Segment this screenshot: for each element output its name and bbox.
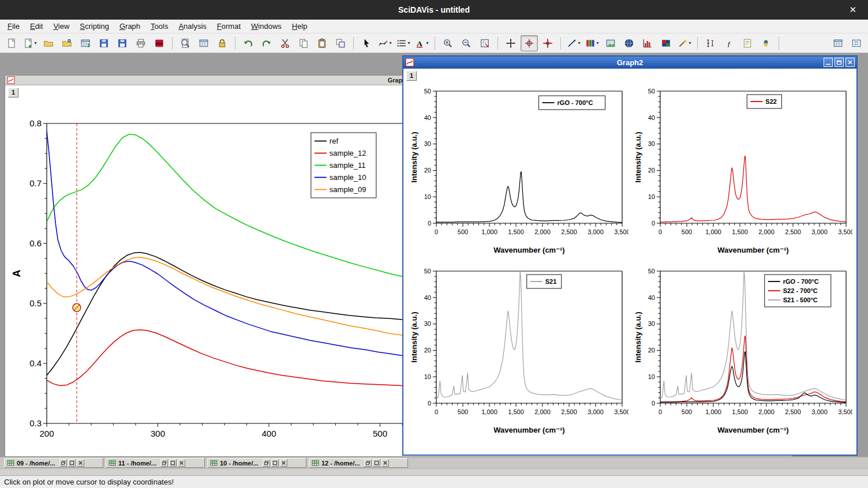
table-columns-button[interactable] [848, 35, 865, 51]
close-button[interactable] [280, 459, 287, 467]
raman-bottom-right-series-s22[interactable] [660, 336, 846, 402]
add-function-button[interactable]: ƒ [720, 35, 738, 51]
minimized-window-tab[interactable]: 12 - /home/... [309, 458, 408, 468]
redo-button[interactable] [258, 35, 275, 51]
toolbar-separator [435, 37, 435, 50]
menu-graph[interactable]: Graph [114, 20, 145, 32]
new-note-button[interactable] [739, 35, 756, 51]
menu-format[interactable]: Format [212, 20, 246, 32]
duplicate-window-button[interactable] [332, 35, 349, 51]
raman-plot-top-right[interactable]: 05001,0001,5002,0002,5003,0003,500010203… [633, 82, 852, 257]
plot-3d-button[interactable] [620, 35, 638, 51]
rescale-axes-button[interactable] [476, 35, 493, 51]
menu-tools[interactable]: Tools [145, 20, 173, 32]
raman-bottom-right-legend[interactable]: rGO - 700°CS22 - 700°CS21 - 500°C [765, 275, 831, 307]
uvvis-legend[interactable]: refsample_12sample_11sample_10sample_09 [311, 133, 376, 198]
raman-plot-bottom-left[interactable]: 05001,0001,5002,0002,5003,0003,500010203… [409, 262, 628, 437]
zoom-in-button[interactable] [439, 35, 457, 51]
undo-button[interactable] [240, 35, 257, 51]
menu-windows[interactable]: Windows [246, 20, 287, 32]
add-error-bars-button[interactable] [702, 35, 719, 51]
raman-top-left-series-rgo700[interactable] [436, 172, 622, 223]
data-reader-marker[interactable] [73, 303, 81, 311]
plot-style-button[interactable]: ▾ [376, 35, 394, 51]
lock-toolbars-button[interactable] [214, 35, 231, 51]
menu-help[interactable]: Help [287, 20, 313, 32]
minimize-button[interactable] [824, 58, 833, 67]
menu-edit[interactable]: Edit [25, 20, 48, 32]
raman-bottom-right-series-rgo700[interactable] [660, 352, 846, 403]
graph1-layer-button[interactable]: 1 [8, 88, 18, 97]
restore-button[interactable] [364, 459, 372, 467]
new-project-button[interactable] [3, 35, 20, 51]
maximize-button[interactable] [373, 459, 380, 467]
pointer-button[interactable] [358, 35, 375, 51]
screen-reader-button[interactable] [539, 35, 556, 51]
close-button[interactable] [77, 459, 84, 467]
data-reader-button[interactable] [521, 35, 538, 51]
histogram-icon [642, 38, 653, 48]
restore-button[interactable] [835, 58, 844, 67]
new-table-button[interactable] [195, 35, 212, 51]
histogram-button[interactable] [639, 35, 656, 51]
paste-button[interactable] [313, 35, 331, 51]
graph2-window[interactable]: Graph2 1 05001,0001,5002,0002,5003,0003,… [402, 55, 858, 456]
menu-scripting[interactable]: Scripting [74, 20, 114, 32]
restore-button[interactable] [263, 459, 270, 467]
uvvis-series-sample_12[interactable] [47, 330, 402, 386]
window-titlebar[interactable]: SciDAVis - untitled ✕ [0, 0, 868, 20]
menu-file[interactable]: File [2, 20, 25, 32]
move-data-points-button[interactable] [502, 35, 519, 51]
table-grid-button[interactable] [829, 35, 847, 51]
raman-plot-top-left[interactable]: 05001,0001,5002,0002,5003,0003,500010203… [409, 82, 628, 257]
save-project-button[interactable] [95, 35, 113, 51]
maximize-button[interactable] [169, 459, 177, 467]
raman-bottom-left-legend[interactable]: S21 [527, 275, 562, 288]
draw-line-button[interactable]: ▾ [565, 35, 582, 51]
restore-button[interactable] [160, 459, 168, 467]
raman-bottom-left-series-s21[interactable] [436, 271, 622, 400]
svg-text:Intensity (a.u.): Intensity (a.u.) [410, 311, 418, 362]
raman-top-right-series-s22[interactable] [660, 156, 846, 222]
close-button[interactable] [845, 58, 855, 67]
find-window-button[interactable] [177, 35, 194, 51]
raman-plot-bottom-right[interactable]: 05001,0001,5002,0002,5003,0003,500010203… [633, 262, 852, 437]
color-map-button[interactable] [657, 35, 675, 51]
raman-top-right-legend[interactable]: S22 [747, 95, 781, 108]
close-button[interactable] [178, 459, 185, 467]
add-text-button[interactable]: A▾ [413, 35, 431, 51]
maximize-button[interactable] [271, 459, 279, 467]
svg-text:1,000: 1,000 [481, 228, 497, 235]
menu-view[interactable]: View [48, 20, 74, 32]
open-template-button[interactable] [58, 35, 76, 51]
python-script-button[interactable] [757, 35, 775, 51]
copy-button[interactable] [295, 35, 312, 51]
uvvis-series-sample_09[interactable] [47, 257, 402, 335]
pen-color-button[interactable]: ▾ [583, 35, 601, 51]
graph2-titlebar[interactable]: Graph2 [403, 57, 856, 69]
graph-wizard-button[interactable]: ▾ [676, 35, 693, 51]
raman-top-left-legend[interactable]: rGO - 700°C [539, 96, 605, 110]
save-template-button[interactable] [114, 35, 131, 51]
minimized-window-tab[interactable]: 11 - /home/... [106, 458, 205, 468]
import-ascii-button[interactable] [77, 35, 94, 51]
zoom-out-button[interactable] [458, 35, 475, 51]
svg-text:3,500: 3,500 [614, 228, 628, 235]
graph2-layer-button[interactable]: 1 [406, 71, 417, 81]
minimized-window-tab[interactable]: 09 - /home/... [4, 458, 103, 468]
export-pdf-button[interactable]: PDF [151, 35, 168, 51]
new-aspect-button[interactable]: ▾ [21, 35, 39, 51]
graph1-plot[interactable]: 2003004005000.30.40.50.60.70.8Arefsample… [5, 85, 403, 456]
print-button[interactable] [132, 35, 149, 51]
close-button[interactable] [381, 459, 389, 467]
window-close-button[interactable]: ✕ [844, 0, 861, 20]
menu-analysis[interactable]: Analysis [173, 20, 211, 32]
restore-button[interactable] [59, 459, 67, 467]
open-project-button[interactable] [40, 35, 57, 51]
cut-button[interactable] [276, 35, 294, 51]
maximize-button[interactable] [68, 459, 76, 467]
uvvis-series-ref[interactable] [47, 253, 402, 376]
add-image-button[interactable] [602, 35, 619, 51]
curves-button[interactable]: ▾ [395, 35, 412, 51]
minimized-window-tab[interactable]: 10 - /home/... [207, 458, 306, 468]
